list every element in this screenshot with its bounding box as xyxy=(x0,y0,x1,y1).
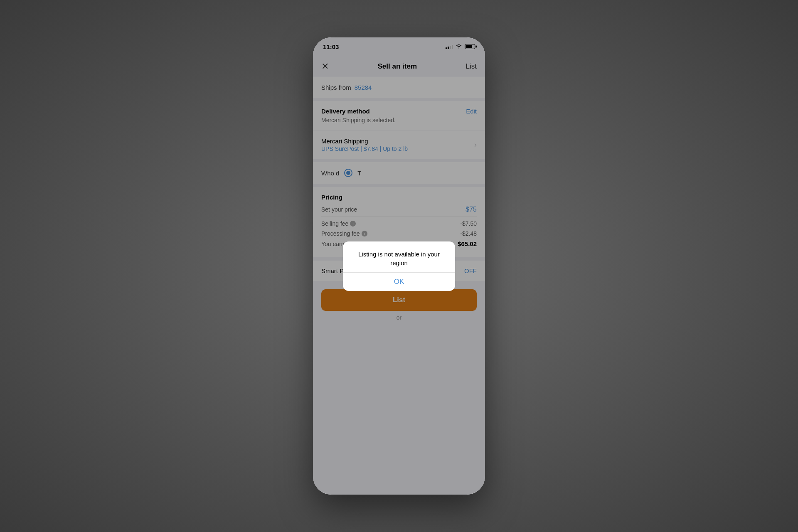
dialog-ok-button[interactable]: OK xyxy=(343,273,455,291)
alert-dialog: Listing is not available in your region … xyxy=(343,241,455,291)
phone-screen: 11:03 ✕ Sell an item List xyxy=(313,37,485,495)
dialog-body: Listing is not available in your region xyxy=(343,241,455,272)
dialog-actions: OK xyxy=(343,273,455,291)
dialog-message: Listing is not available in your region xyxy=(351,250,447,267)
dialog-overlay: Listing is not available in your region … xyxy=(313,37,485,495)
